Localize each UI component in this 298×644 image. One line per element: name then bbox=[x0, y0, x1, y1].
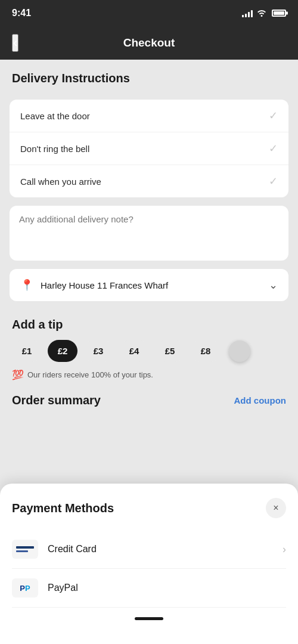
order-summary-row: Order summary Add coupon bbox=[0, 385, 298, 413]
option-text: Call when you arrive bbox=[20, 177, 101, 187]
status-bar: 9:41 bbox=[0, 0, 298, 26]
header: ‹ Checkout bbox=[0, 26, 298, 60]
tip-button-8[interactable]: £8 bbox=[191, 340, 221, 362]
list-item[interactable]: Leave at the door ✓ bbox=[10, 100, 288, 132]
battery-icon bbox=[272, 10, 286, 17]
option-text: Don't ring the bell bbox=[20, 144, 89, 154]
close-sheet-button[interactable]: × bbox=[266, 498, 286, 518]
tip-note: 💯 Our riders receive 100% of your tips. bbox=[12, 369, 286, 380]
back-button[interactable]: ‹ bbox=[12, 34, 18, 52]
location-selector[interactable]: 📍 Harley House 11 Frances Wharf ⌄ bbox=[10, 269, 288, 301]
tip-title: Add a tip bbox=[12, 318, 286, 332]
list-item[interactable]: Call when you arrive ✓ bbox=[10, 165, 288, 197]
delivery-note-container bbox=[10, 206, 288, 261]
payment-option-credit-card[interactable]: Credit Card › bbox=[12, 530, 286, 569]
payment-name-credit-card: Credit Card bbox=[48, 544, 283, 555]
delivery-instructions-section: Delivery Instructions bbox=[0, 60, 298, 100]
payment-methods-title: Payment Methods bbox=[12, 501, 114, 515]
check-icon: ✓ bbox=[269, 175, 278, 188]
tip-section: Add a tip £1 £2 £3 £4 £5 £8 💯 Our riders… bbox=[0, 309, 298, 385]
order-summary-title: Order summary bbox=[12, 394, 101, 407]
paypal-icon-container: PP bbox=[12, 578, 38, 597]
credit-card-icon bbox=[14, 544, 36, 555]
location-address: Harley House 11 Frances Wharf bbox=[41, 280, 269, 290]
location-pin-icon: 📍 bbox=[20, 278, 33, 292]
tip-button-1[interactable]: £1 bbox=[12, 340, 42, 362]
payment-option-paypal[interactable]: PP PayPal bbox=[12, 569, 286, 608]
main-content: Delivery Instructions Leave at the door … bbox=[0, 60, 298, 413]
page-title: Checkout bbox=[123, 36, 175, 49]
credit-card-icon-container bbox=[12, 540, 38, 559]
delivery-options-list: Leave at the door ✓ Don't ring the bell … bbox=[10, 100, 288, 197]
delivery-note-input[interactable] bbox=[19, 214, 279, 250]
status-icons bbox=[242, 8, 286, 18]
bottom-handle bbox=[135, 617, 163, 620]
option-text: Leave at the door bbox=[20, 111, 90, 121]
tip-slider-thumb[interactable] bbox=[229, 340, 250, 362]
chevron-down-icon: ⌄ bbox=[269, 278, 278, 292]
payment-methods-sheet: Payment Methods × Credit Card › PP PayPa… bbox=[0, 484, 298, 644]
delivery-instructions-title: Delivery Instructions bbox=[12, 72, 286, 85]
wifi-icon bbox=[256, 8, 267, 18]
tip-button-2[interactable]: £2 bbox=[48, 340, 77, 362]
tip-note-emoji: 💯 bbox=[12, 369, 24, 380]
tip-note-text: Our riders receive 100% of your tips. bbox=[27, 370, 153, 379]
tip-options: £1 £2 £3 £4 £5 £8 bbox=[12, 340, 286, 362]
tip-button-4[interactable]: £4 bbox=[119, 340, 149, 362]
paypal-icon: PP bbox=[20, 584, 30, 593]
signal-icon bbox=[242, 9, 253, 17]
tip-button-5[interactable]: £5 bbox=[155, 340, 185, 362]
payment-name-paypal: PayPal bbox=[48, 583, 286, 593]
check-icon: ✓ bbox=[269, 142, 278, 155]
list-item[interactable]: Don't ring the bell ✓ bbox=[10, 132, 288, 165]
chevron-right-icon: › bbox=[283, 543, 286, 556]
tip-button-3[interactable]: £3 bbox=[83, 340, 113, 362]
status-time: 9:41 bbox=[12, 8, 31, 18]
add-coupon-button[interactable]: Add coupon bbox=[234, 395, 286, 405]
sheet-header: Payment Methods × bbox=[12, 498, 286, 518]
check-icon: ✓ bbox=[269, 109, 278, 122]
